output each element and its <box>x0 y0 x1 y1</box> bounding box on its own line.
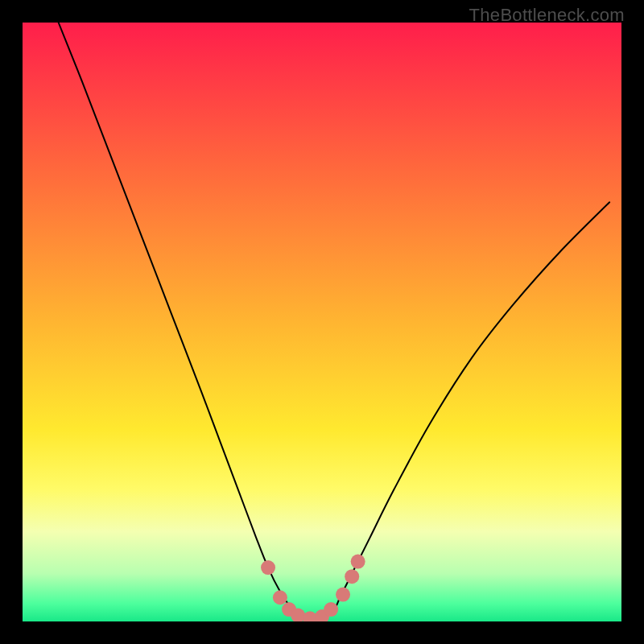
chart-background <box>23 23 621 621</box>
watermark-text: TheBottleneck.com <box>469 5 625 26</box>
highlight-dot <box>345 569 359 584</box>
highlight-dot <box>261 560 275 575</box>
highlight-dot <box>351 555 365 569</box>
chart-svg <box>23 23 621 621</box>
highlight-dot <box>324 602 338 617</box>
highlight-dot <box>336 588 350 602</box>
highlight-dot <box>273 590 287 605</box>
chart-plot-area <box>23 23 621 621</box>
